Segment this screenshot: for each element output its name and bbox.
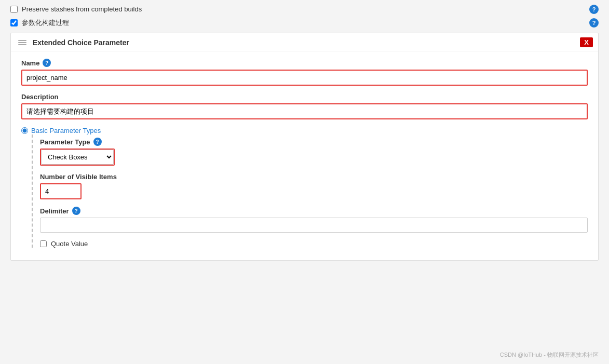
page-wrapper: Preserve stashes from completed builds ?… (0, 0, 609, 364)
name-field-group: Name ? (21, 59, 588, 86)
preserve-stashes-checkbox[interactable] (10, 6, 18, 13)
card-body: Name ? Description Basic Parameter Types (11, 51, 598, 260)
preserve-stashes-row: Preserve stashes from completed builds ? (10, 5, 599, 13)
basic-parameter-types-radio-label[interactable]: Basic Parameter Types (21, 127, 588, 134)
parameterize-text: 参数化构建过程 (22, 18, 69, 28)
drag-handle[interactable] (18, 40, 26, 45)
footer-label: CSDN @IoTHub - 物联网开源技术社区 (500, 352, 599, 358)
radio-section: Basic Parameter Types Parameter Type ? C… (21, 127, 588, 248)
card-header: Extended Choice Parameter X (11, 33, 598, 51)
parameter-type-label: Parameter Type (40, 138, 90, 146)
visible-items-input[interactable] (40, 183, 82, 199)
name-label-row: Name ? (21, 59, 588, 67)
close-button[interactable]: X (580, 37, 593, 47)
parameterize-help-icon[interactable]: ? (589, 18, 599, 28)
card-title: Extended Choice Parameter (33, 38, 129, 47)
quote-value-checkbox[interactable] (40, 240, 47, 247)
footer-text: CSDN @IoTHub - 物联网开源技术社区 (500, 351, 599, 359)
name-help-icon[interactable]: ? (43, 59, 51, 67)
description-label: Description (21, 93, 59, 101)
delimiter-help-icon[interactable]: ? (72, 207, 80, 215)
parameter-type-field-group: Parameter Type ? Check Boxes Radio Butto… (40, 138, 588, 166)
basic-parameter-types-radio[interactable] (21, 127, 28, 134)
description-field-group: Description (21, 93, 588, 119)
basic-parameter-types-text: Basic Parameter Types (31, 127, 101, 134)
visible-items-label-row: Number of Visible Items (40, 173, 588, 181)
quote-value-row: Quote Value (40, 240, 588, 248)
name-label: Name (21, 59, 39, 67)
description-label-row: Description (21, 93, 588, 101)
parameterize-label[interactable]: 参数化构建过程 (10, 18, 69, 28)
delimiter-field-group: Delimiter ? (40, 207, 588, 233)
parameter-type-select[interactable]: Check Boxes Radio Buttons Multi Select S… (41, 150, 114, 165)
delimiter-input[interactable] (40, 218, 588, 233)
preserve-stashes-text: Preserve stashes from completed builds (22, 5, 142, 13)
visible-items-field-group: Number of Visible Items (40, 173, 588, 199)
quote-value-label: Quote Value (51, 240, 88, 248)
parameter-type-label-row: Parameter Type ? (40, 138, 588, 146)
preserve-stashes-help-icon[interactable]: ? (589, 5, 599, 14)
delimiter-label-row: Delimiter ? (40, 207, 588, 215)
visible-items-label: Number of Visible Items (40, 173, 117, 181)
name-input[interactable] (21, 70, 588, 86)
parameterize-checkbox[interactable] (10, 19, 18, 26)
indented-section: Parameter Type ? Check Boxes Radio Butto… (32, 134, 588, 248)
parameter-type-help-icon[interactable]: ? (93, 138, 102, 146)
preserve-stashes-label[interactable]: Preserve stashes from completed builds (10, 5, 142, 13)
delimiter-label: Delimiter (40, 207, 69, 215)
extended-choice-parameter-card: Extended Choice Parameter X Name ? Descr… (10, 33, 599, 261)
parameterize-row: 参数化构建过程 ? (10, 18, 599, 28)
description-input[interactable] (21, 103, 588, 119)
